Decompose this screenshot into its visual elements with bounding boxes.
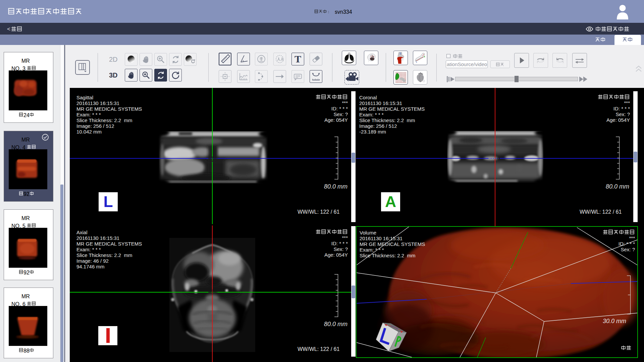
svg-text:D: D <box>423 79 425 83</box>
